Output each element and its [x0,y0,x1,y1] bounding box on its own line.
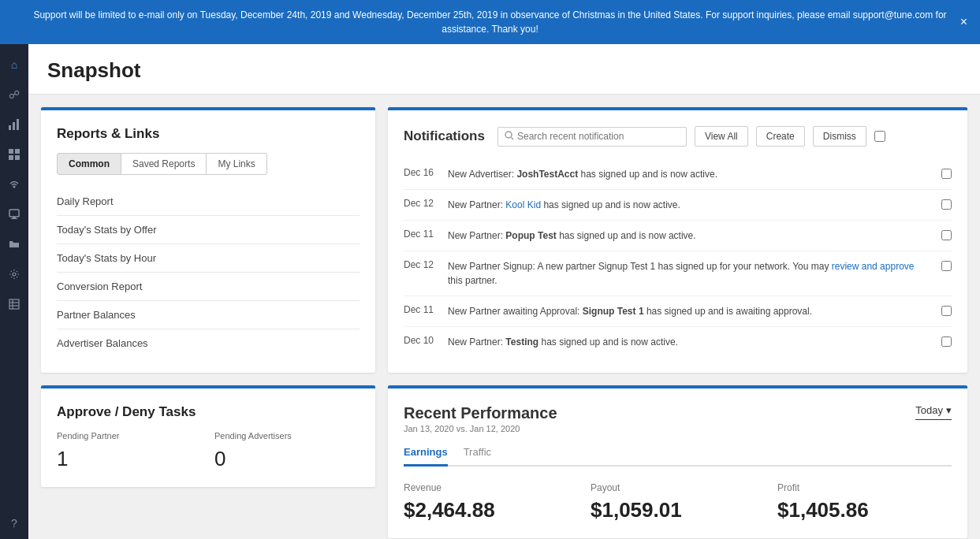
sidebar-item-home[interactable]: ⌂ [0,50,28,79]
performance-title: Recent Performance [404,404,557,422]
svg-rect-10 [11,218,17,219]
notification-text: New Advertiser: JoshTestAcct has signed … [448,167,929,181]
reports-links-card: Reports & Links Common Saved Reports My … [41,107,375,373]
main-content: Snapshot Reports & Links Common Saved Re… [28,44,980,539]
performance-subtitle: Jan 13, 2020 vs. Jan 12, 2020 [404,424,557,433]
sidebar-item-table[interactable] [0,290,28,318]
view-all-button[interactable]: View All [695,126,748,147]
sidebar-item-help[interactable]: ? [0,509,28,537]
notification-date: Dec 11 [404,304,435,315]
content-grid: Reports & Links Common Saved Reports My … [28,95,980,539]
pending-partner-value: 1 [57,447,202,471]
create-button[interactable]: Create [756,126,805,147]
notification-item: Dec 10 New Partner: Testing has signed u… [404,327,952,357]
notifications-header: Notifications View All Create Dismiss [404,126,952,147]
performance-metrics: Revenue $2,464.88 Payout $1,059.01 Profi… [404,482,952,522]
notification-date: Dec 16 [404,167,435,178]
notification-checkbox[interactable] [941,261,952,271]
page-header: Snapshot [28,44,980,95]
performance-tabs: Earnings Traffic [404,446,952,467]
svg-point-16 [505,132,512,138]
notification-checkbox[interactable] [941,230,952,240]
svg-rect-0 [9,125,11,130]
approve-deny-tasks-card: Approve / Deny Tasks Pending Partner 1 P… [41,385,375,487]
svg-rect-9 [13,217,16,218]
svg-rect-1 [13,122,15,130]
recent-performance-card: Recent Performance Jan 13, 2020 vs. Jan … [388,385,967,538]
svg-rect-12 [9,299,19,309]
notification-text: New Partner Signup: A new partner Signup… [448,259,929,288]
list-item[interactable]: Today's Stats by Offer [57,216,360,244]
list-item[interactable]: Today's Stats by Hour [57,244,360,273]
sidebar-item-gear[interactable] [0,260,28,288]
period-label: Today [915,404,943,416]
profit-label: Profit [777,482,952,493]
notification-search-box[interactable] [497,127,687,147]
payout-label: Payout [591,482,765,493]
tasks-title: Approve / Deny Tasks [57,404,360,420]
svg-rect-2 [17,119,19,130]
list-item[interactable]: Advertiser Balances [57,329,360,357]
sidebar-item-monitor[interactable] [0,200,28,229]
svg-point-7 [13,186,16,188]
tab-traffic[interactable]: Traffic [464,446,491,467]
notification-date: Dec 10 [404,335,435,346]
svg-line-17 [511,137,513,139]
search-input[interactable] [517,131,680,142]
performance-title-group: Recent Performance Jan 13, 2020 vs. Jan … [404,404,557,433]
metric-payout: Payout $1,059.01 [591,482,765,522]
announcement-banner: Support will be limited to e-mail only o… [0,0,980,44]
revenue-label: Revenue [404,482,578,493]
tasks-grid: Pending Partner 1 Pending Advertisers 0 [57,431,360,471]
notifications-list: Dec 16 New Advertiser: JoshTestAcct has … [404,159,952,357]
notification-date: Dec 12 [404,259,435,270]
period-selector[interactable]: Today ▾ [915,404,952,420]
tab-earnings[interactable]: Earnings [404,446,448,467]
svg-rect-8 [9,210,19,217]
tab-my-links[interactable]: My Links [207,153,266,175]
metric-profit: Profit $1,405.86 [777,482,952,522]
svg-rect-6 [15,155,20,160]
svg-point-11 [13,273,16,276]
metric-revenue: Revenue $2,464.88 [404,482,578,522]
sidebar-item-folder[interactable] [0,230,28,258]
pending-partner-label: Pending Partner [57,431,202,440]
notification-link[interactable]: review and approve [832,261,915,272]
notification-item: Dec 16 New Advertiser: JoshTestAcct has … [404,159,952,190]
report-list: Daily Report Today's Stats by Offer Toda… [57,188,360,357]
list-item[interactable]: Conversion Report [57,273,360,301]
chevron-down-icon: ▾ [946,404,952,416]
notifications-card: Notifications View All Create Dismiss [388,107,967,373]
reports-tab-group: Common Saved Reports My Links [57,153,360,175]
left-column: Reports & Links Common Saved Reports My … [41,107,388,487]
list-item[interactable]: Daily Report [57,188,360,216]
pending-advertisers-value: 0 [214,447,360,471]
banner-close-button[interactable]: × [960,15,967,29]
notification-text: New Partner awaiting Approval: Signup Te… [448,304,929,318]
svg-rect-5 [9,155,13,160]
notification-text: New Partner: Kool Kid has signed up and … [448,198,929,212]
select-all-checkbox[interactable] [874,131,885,142]
tab-common[interactable]: Common [57,153,121,175]
svg-rect-4 [15,149,20,154]
notification-checkbox[interactable] [941,306,952,316]
notification-checkbox[interactable] [941,169,952,179]
notification-checkbox[interactable] [941,199,952,210]
sidebar-item-grid[interactable] [0,140,28,169]
sidebar-item-chart[interactable] [0,110,28,139]
list-item[interactable]: Partner Balances [57,301,360,329]
dismiss-button[interactable]: Dismiss [813,126,866,147]
tab-saved-reports[interactable]: Saved Reports [121,153,207,175]
notification-checkbox[interactable] [941,336,952,347]
pending-advertisers-label: Pending Advertisers [214,431,360,440]
sidebar-item-signal[interactable] [0,170,28,199]
notification-date: Dec 11 [404,229,435,240]
right-column: Notifications View All Create Dismiss [388,107,967,538]
notification-item: Dec 12 New Partner Signup: A new partner… [404,251,952,296]
notification-link[interactable]: Kool Kid [505,199,541,210]
svg-rect-3 [9,149,13,154]
pending-partner-section: Pending Partner 1 [57,431,202,471]
sidebar: ⌂ ☍ ? [0,44,28,539]
banner-text: Support will be limited to e-mail only o… [33,9,946,35]
sidebar-item-chat[interactable]: ☍ [0,80,28,109]
